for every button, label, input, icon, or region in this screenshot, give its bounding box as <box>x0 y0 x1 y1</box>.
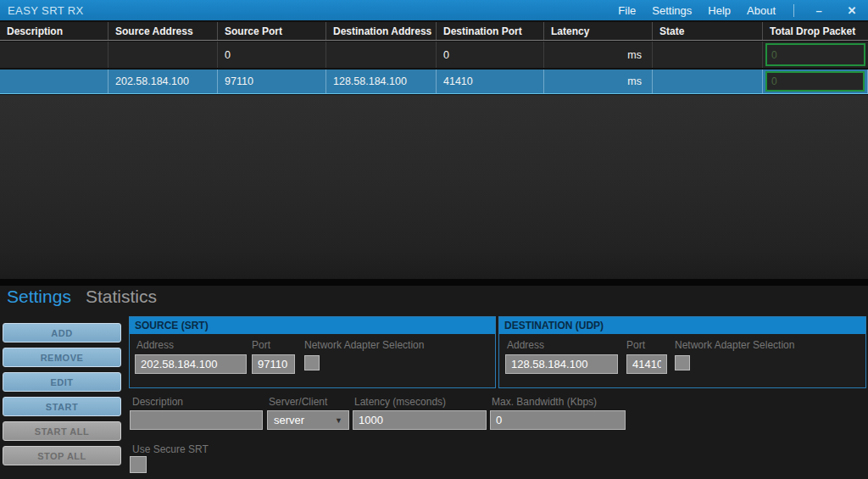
cell-latency: ms <box>544 42 653 68</box>
bottom-panel: Settings Statistics ADD REMOVE EDIT STAR… <box>0 286 868 479</box>
cell-state <box>653 70 763 93</box>
section-divider <box>0 279 868 286</box>
remove-button[interactable]: REMOVE <box>3 348 121 367</box>
cell-description <box>0 42 108 68</box>
menu-about[interactable]: About <box>747 4 776 17</box>
column-header-state: State <box>653 22 763 40</box>
chevron-down-icon: ▼ <box>335 416 342 425</box>
source-address-input[interactable] <box>135 354 247 374</box>
menu-settings[interactable]: Settings <box>652 4 692 17</box>
latency-label: Latency (mseconds) <box>354 396 446 408</box>
menu-separator <box>793 4 794 17</box>
titlebar: EASY SRT RX File Settings Help About – ✕ <box>0 0 868 20</box>
use-secure-srt-checkbox[interactable] <box>130 456 147 473</box>
table-empty-area <box>0 95 868 279</box>
column-header-source-port: Source Port <box>218 22 326 40</box>
cell-destination-port: 41410 <box>437 70 544 93</box>
description-input[interactable] <box>130 410 263 430</box>
minimize-icon[interactable]: – <box>810 4 827 17</box>
cell-source-address <box>108 42 218 68</box>
drop-packet-field[interactable]: 0 <box>765 71 865 92</box>
app-window: EASY SRT RX File Settings Help About – ✕… <box>0 0 868 479</box>
source-port-label: Port <box>252 339 270 351</box>
cell-destination-address <box>326 42 437 68</box>
destination-port-label: Port <box>626 339 645 351</box>
bandwidth-label: Max. Bandwidth (Kbps) <box>492 396 597 408</box>
menu-help[interactable]: Help <box>708 4 731 17</box>
cell-state <box>653 42 763 68</box>
table-header-row: Description Source Address Source Port D… <box>0 22 868 41</box>
cell-total-drop-packet: 0 <box>763 42 868 68</box>
table-row[interactable]: 0 0 ms 0 <box>0 42 868 68</box>
server-client-value: server <box>274 414 304 426</box>
add-button[interactable]: ADD <box>3 323 121 343</box>
tab-bar: Settings Statistics <box>7 287 157 307</box>
cell-description <box>0 70 108 93</box>
cell-source-address: 202.58.184.100 <box>108 70 218 93</box>
destination-address-label: Address <box>507 339 544 351</box>
table-row-selected[interactable]: 202.58.184.100 97110 128.58.184.100 4141… <box>0 70 868 94</box>
column-header-destination-port: Destination Port <box>437 22 544 40</box>
streams-table: Description Source Address Source Port D… <box>0 22 868 96</box>
destination-port-input[interactable] <box>626 354 667 374</box>
column-header-destination-address: Destination Address <box>326 22 437 40</box>
description-label: Description <box>132 396 183 408</box>
source-port-input[interactable] <box>252 354 295 374</box>
edit-button[interactable]: EDIT <box>3 372 121 392</box>
source-panel-body: Address Port Network Adapter Selection <box>130 334 495 387</box>
source-adapter-checkbox[interactable] <box>304 355 320 370</box>
menubar: File Settings Help About – ✕ <box>618 4 860 17</box>
bandwidth-input[interactable] <box>490 410 626 430</box>
cell-destination-address: 128.58.184.100 <box>326 70 437 93</box>
source-panel-title: SOURCE (SRT) <box>130 317 495 334</box>
destination-adapter-label: Network Adapter Selection <box>675 339 794 351</box>
start-button[interactable]: START <box>3 397 121 416</box>
column-header-description: Description <box>0 22 108 40</box>
destination-adapter-checkbox[interactable] <box>675 355 690 370</box>
destination-panel-body: Address Port Network Adapter Selection <box>499 334 865 387</box>
cell-latency: ms <box>544 70 653 93</box>
tab-settings[interactable]: Settings <box>7 287 71 307</box>
destination-address-input[interactable] <box>505 354 618 374</box>
column-header-latency: Latency <box>544 22 653 40</box>
menu-file[interactable]: File <box>618 4 636 17</box>
cell-total-drop-packet: 0 <box>763 70 868 93</box>
window-title: EASY SRT RX <box>8 4 84 17</box>
cell-source-port: 97110 <box>218 70 326 93</box>
stop-all-button[interactable]: STOP ALL <box>3 446 121 465</box>
server-client-dropdown[interactable]: server ▼ <box>267 410 349 430</box>
cell-destination-port: 0 <box>437 42 544 68</box>
source-address-label: Address <box>136 339 174 351</box>
column-header-total-drop-packet: Total Drop Packet <box>763 22 868 40</box>
tab-statistics[interactable]: Statistics <box>86 287 157 307</box>
use-secure-srt-label: Use Secure SRT <box>132 443 209 455</box>
latency-input[interactable] <box>353 410 487 430</box>
source-panel: SOURCE (SRT) Address Port Network Adapte… <box>129 316 496 388</box>
destination-panel: DESTINATION (UDP) Address Port Network A… <box>498 316 866 388</box>
cell-source-port: 0 <box>218 42 326 68</box>
destination-panel-title: DESTINATION (UDP) <box>499 317 865 334</box>
column-header-source-address: Source Address <box>108 22 218 40</box>
drop-packet-field[interactable]: 0 <box>765 43 865 66</box>
close-icon[interactable]: ✕ <box>843 4 860 17</box>
action-button-stack: ADD REMOVE EDIT START START ALL STOP ALL <box>3 323 121 465</box>
source-adapter-label: Network Adapter Selection <box>304 339 424 351</box>
start-all-button[interactable]: START ALL <box>3 421 121 441</box>
server-client-label: Server/Client <box>269 396 327 408</box>
